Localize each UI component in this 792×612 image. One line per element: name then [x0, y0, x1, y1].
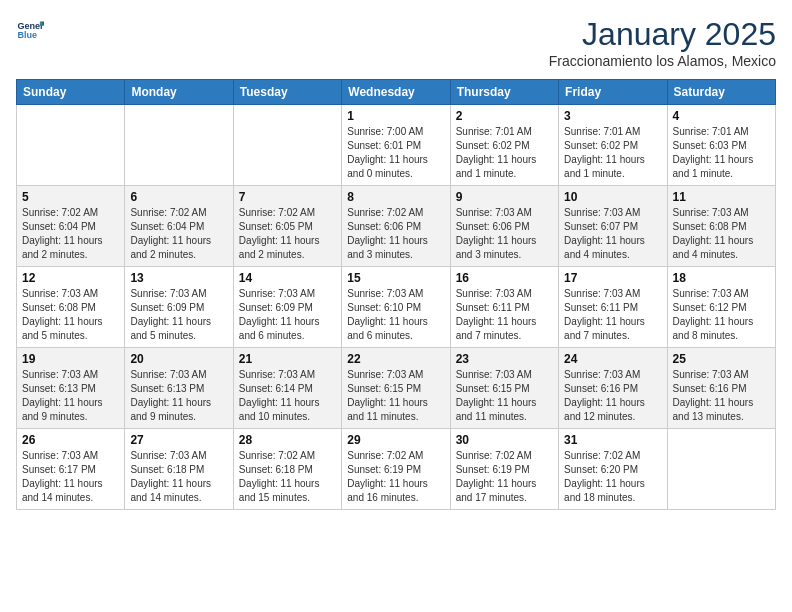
- calendar-cell: 14Sunrise: 7:03 AMSunset: 6:09 PMDayligh…: [233, 267, 341, 348]
- calendar-cell: [667, 429, 775, 510]
- day-info: Sunrise: 7:03 AMSunset: 6:10 PMDaylight:…: [347, 287, 444, 343]
- day-number: 19: [22, 352, 119, 366]
- day-number: 23: [456, 352, 553, 366]
- day-info: Sunrise: 7:03 AMSunset: 6:11 PMDaylight:…: [456, 287, 553, 343]
- day-number: 16: [456, 271, 553, 285]
- day-info: Sunrise: 7:03 AMSunset: 6:06 PMDaylight:…: [456, 206, 553, 262]
- day-number: 24: [564, 352, 661, 366]
- day-info: Sunrise: 7:01 AMSunset: 6:02 PMDaylight:…: [456, 125, 553, 181]
- day-info: Sunrise: 7:03 AMSunset: 6:16 PMDaylight:…: [564, 368, 661, 424]
- calendar-cell: 24Sunrise: 7:03 AMSunset: 6:16 PMDayligh…: [559, 348, 667, 429]
- calendar-cell: 21Sunrise: 7:03 AMSunset: 6:14 PMDayligh…: [233, 348, 341, 429]
- calendar-cell: 7Sunrise: 7:02 AMSunset: 6:05 PMDaylight…: [233, 186, 341, 267]
- day-info: Sunrise: 7:03 AMSunset: 6:18 PMDaylight:…: [130, 449, 227, 505]
- day-info: Sunrise: 7:03 AMSunset: 6:16 PMDaylight:…: [673, 368, 770, 424]
- calendar-cell: 22Sunrise: 7:03 AMSunset: 6:15 PMDayligh…: [342, 348, 450, 429]
- calendar-cell: 8Sunrise: 7:02 AMSunset: 6:06 PMDaylight…: [342, 186, 450, 267]
- calendar-cell: 25Sunrise: 7:03 AMSunset: 6:16 PMDayligh…: [667, 348, 775, 429]
- day-info: Sunrise: 7:02 AMSunset: 6:19 PMDaylight:…: [347, 449, 444, 505]
- day-number: 9: [456, 190, 553, 204]
- day-info: Sunrise: 7:02 AMSunset: 6:19 PMDaylight:…: [456, 449, 553, 505]
- title-block: January 2025 Fraccionamiento los Alamos,…: [549, 16, 776, 69]
- weekday-header-thursday: Thursday: [450, 80, 558, 105]
- day-number: 10: [564, 190, 661, 204]
- calendar-cell: 20Sunrise: 7:03 AMSunset: 6:13 PMDayligh…: [125, 348, 233, 429]
- calendar-cell: 13Sunrise: 7:03 AMSunset: 6:09 PMDayligh…: [125, 267, 233, 348]
- day-info: Sunrise: 7:03 AMSunset: 6:08 PMDaylight:…: [22, 287, 119, 343]
- calendar-cell: 29Sunrise: 7:02 AMSunset: 6:19 PMDayligh…: [342, 429, 450, 510]
- weekday-header-saturday: Saturday: [667, 80, 775, 105]
- day-number: 22: [347, 352, 444, 366]
- day-number: 7: [239, 190, 336, 204]
- weekday-header-tuesday: Tuesday: [233, 80, 341, 105]
- day-info: Sunrise: 7:02 AMSunset: 6:06 PMDaylight:…: [347, 206, 444, 262]
- weekday-header-row: SundayMondayTuesdayWednesdayThursdayFrid…: [17, 80, 776, 105]
- calendar-cell: 4Sunrise: 7:01 AMSunset: 6:03 PMDaylight…: [667, 105, 775, 186]
- logo-icon: General Blue: [16, 16, 44, 44]
- day-number: 21: [239, 352, 336, 366]
- day-info: Sunrise: 7:02 AMSunset: 6:20 PMDaylight:…: [564, 449, 661, 505]
- day-number: 28: [239, 433, 336, 447]
- day-number: 11: [673, 190, 770, 204]
- day-number: 2: [456, 109, 553, 123]
- day-info: Sunrise: 7:03 AMSunset: 6:15 PMDaylight:…: [347, 368, 444, 424]
- day-info: Sunrise: 7:03 AMSunset: 6:09 PMDaylight:…: [130, 287, 227, 343]
- calendar-cell: 17Sunrise: 7:03 AMSunset: 6:11 PMDayligh…: [559, 267, 667, 348]
- calendar-cell: 2Sunrise: 7:01 AMSunset: 6:02 PMDaylight…: [450, 105, 558, 186]
- location: Fraccionamiento los Alamos, Mexico: [549, 53, 776, 69]
- day-info: Sunrise: 7:03 AMSunset: 6:13 PMDaylight:…: [22, 368, 119, 424]
- calendar-week-2: 5Sunrise: 7:02 AMSunset: 6:04 PMDaylight…: [17, 186, 776, 267]
- calendar-cell: 19Sunrise: 7:03 AMSunset: 6:13 PMDayligh…: [17, 348, 125, 429]
- day-number: 17: [564, 271, 661, 285]
- calendar-cell: 10Sunrise: 7:03 AMSunset: 6:07 PMDayligh…: [559, 186, 667, 267]
- svg-text:Blue: Blue: [17, 30, 37, 40]
- day-number: 8: [347, 190, 444, 204]
- calendar-cell: 30Sunrise: 7:02 AMSunset: 6:19 PMDayligh…: [450, 429, 558, 510]
- day-info: Sunrise: 7:03 AMSunset: 6:17 PMDaylight:…: [22, 449, 119, 505]
- calendar-cell: 11Sunrise: 7:03 AMSunset: 6:08 PMDayligh…: [667, 186, 775, 267]
- calendar-cell: [17, 105, 125, 186]
- day-number: 20: [130, 352, 227, 366]
- weekday-header-sunday: Sunday: [17, 80, 125, 105]
- day-number: 30: [456, 433, 553, 447]
- day-number: 29: [347, 433, 444, 447]
- day-info: Sunrise: 7:03 AMSunset: 6:13 PMDaylight:…: [130, 368, 227, 424]
- day-number: 25: [673, 352, 770, 366]
- day-info: Sunrise: 7:02 AMSunset: 6:04 PMDaylight:…: [22, 206, 119, 262]
- calendar-cell: [125, 105, 233, 186]
- day-info: Sunrise: 7:03 AMSunset: 6:07 PMDaylight:…: [564, 206, 661, 262]
- calendar-cell: 28Sunrise: 7:02 AMSunset: 6:18 PMDayligh…: [233, 429, 341, 510]
- weekday-header-wednesday: Wednesday: [342, 80, 450, 105]
- day-info: Sunrise: 7:03 AMSunset: 6:11 PMDaylight:…: [564, 287, 661, 343]
- calendar-week-5: 26Sunrise: 7:03 AMSunset: 6:17 PMDayligh…: [17, 429, 776, 510]
- day-number: 27: [130, 433, 227, 447]
- calendar-cell: 1Sunrise: 7:00 AMSunset: 6:01 PMDaylight…: [342, 105, 450, 186]
- day-number: 18: [673, 271, 770, 285]
- calendar-cell: 26Sunrise: 7:03 AMSunset: 6:17 PMDayligh…: [17, 429, 125, 510]
- calendar-cell: 27Sunrise: 7:03 AMSunset: 6:18 PMDayligh…: [125, 429, 233, 510]
- calendar-week-3: 12Sunrise: 7:03 AMSunset: 6:08 PMDayligh…: [17, 267, 776, 348]
- calendar-week-4: 19Sunrise: 7:03 AMSunset: 6:13 PMDayligh…: [17, 348, 776, 429]
- day-number: 3: [564, 109, 661, 123]
- calendar-cell: 31Sunrise: 7:02 AMSunset: 6:20 PMDayligh…: [559, 429, 667, 510]
- weekday-header-friday: Friday: [559, 80, 667, 105]
- day-info: Sunrise: 7:03 AMSunset: 6:12 PMDaylight:…: [673, 287, 770, 343]
- day-number: 13: [130, 271, 227, 285]
- day-number: 5: [22, 190, 119, 204]
- calendar-cell: 9Sunrise: 7:03 AMSunset: 6:06 PMDaylight…: [450, 186, 558, 267]
- day-info: Sunrise: 7:01 AMSunset: 6:02 PMDaylight:…: [564, 125, 661, 181]
- day-number: 31: [564, 433, 661, 447]
- day-number: 12: [22, 271, 119, 285]
- day-number: 26: [22, 433, 119, 447]
- month-title: January 2025: [549, 16, 776, 53]
- day-number: 6: [130, 190, 227, 204]
- weekday-header-monday: Monday: [125, 80, 233, 105]
- calendar-cell: 16Sunrise: 7:03 AMSunset: 6:11 PMDayligh…: [450, 267, 558, 348]
- calendar-cell: 18Sunrise: 7:03 AMSunset: 6:12 PMDayligh…: [667, 267, 775, 348]
- day-number: 4: [673, 109, 770, 123]
- day-info: Sunrise: 7:03 AMSunset: 6:14 PMDaylight:…: [239, 368, 336, 424]
- calendar-week-1: 1Sunrise: 7:00 AMSunset: 6:01 PMDaylight…: [17, 105, 776, 186]
- day-number: 1: [347, 109, 444, 123]
- logo: General Blue: [16, 16, 44, 44]
- page-header: General Blue January 2025 Fraccionamient…: [16, 16, 776, 69]
